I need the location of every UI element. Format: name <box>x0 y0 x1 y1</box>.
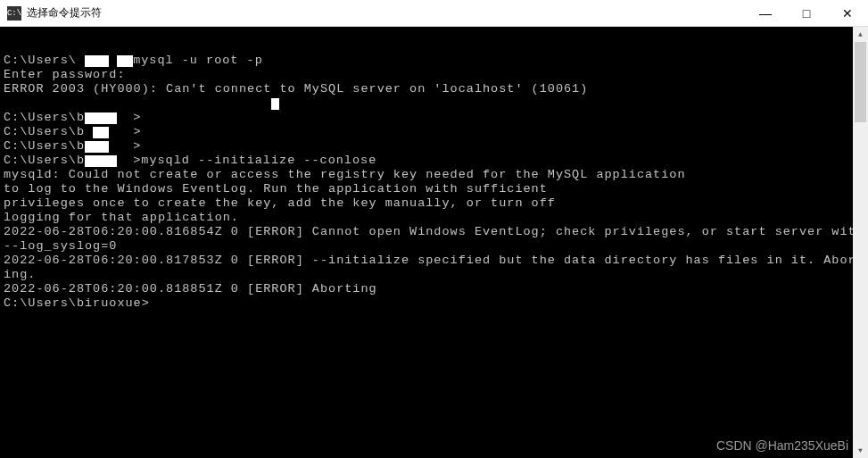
redaction-block <box>117 55 133 67</box>
redaction-block <box>85 112 117 124</box>
terminal-line: 2022-06-28T06:20:00.816854Z 0 [ERROR] Ca… <box>4 225 864 254</box>
scroll-down-arrow[interactable]: ▼ <box>853 443 868 458</box>
terminal-line: C:\Users\ mysql -u root -p <box>4 54 864 68</box>
cmd-icon: C:\ <box>7 6 21 21</box>
terminal-line: 2022-06-28T06:20:00.818851Z 0 [ERROR] Ab… <box>4 282 864 296</box>
window-controls: — □ ✕ <box>745 0 868 27</box>
redaction-block <box>271 98 279 110</box>
terminal-output[interactable]: C:\Users\ mysql -u root -pEnter password… <box>0 27 868 458</box>
redaction-block <box>85 55 109 67</box>
terminal-line: C:\Users\b > <box>4 139 864 154</box>
close-button[interactable]: ✕ <box>827 0 868 27</box>
terminal-line: privileges once to create the key, add t… <box>4 196 864 211</box>
window-title[interactable]: 选择命令提示符 <box>27 5 745 21</box>
redaction-block <box>93 127 109 138</box>
terminal-line <box>4 96 864 111</box>
window-titlebar: C:\ 选择命令提示符 — □ ✕ <box>0 0 868 27</box>
terminal-line: C:\Users\b >mysqld --initialize --conlos… <box>4 154 864 168</box>
terminal-line: C:\Users\biruoxue> <box>4 296 864 311</box>
terminal-line: logging for that application. <box>4 211 864 225</box>
terminal-line: ERROR 2003 (HY000): Can't connect to MyS… <box>4 82 864 96</box>
scroll-up-arrow[interactable]: ▲ <box>853 27 868 42</box>
terminal-line: 2022-06-28T06:20:00.817853Z 0 [ERROR] --… <box>4 254 864 282</box>
terminal-area: C:\Users\ mysql -u root -pEnter password… <box>0 27 868 458</box>
terminal-line: C:\Users\b > <box>4 111 864 125</box>
redaction-block <box>85 155 117 167</box>
redaction-block <box>85 141 109 153</box>
terminal-line: mysqld: Could not create or access the r… <box>4 168 864 182</box>
terminal-line: to log to the Windows EventLog. Run the … <box>4 182 864 196</box>
terminal-line: C:\Users\b > <box>4 125 864 139</box>
minimize-button[interactable]: — <box>745 0 786 27</box>
terminal-line: Enter password: <box>4 68 864 82</box>
maximize-button[interactable]: □ <box>786 0 827 27</box>
scrollbar-thumb[interactable] <box>855 42 866 122</box>
vertical-scrollbar[interactable]: ▲ ▼ <box>853 27 868 458</box>
watermark: CSDN @Ham235XueBi <box>716 438 848 453</box>
